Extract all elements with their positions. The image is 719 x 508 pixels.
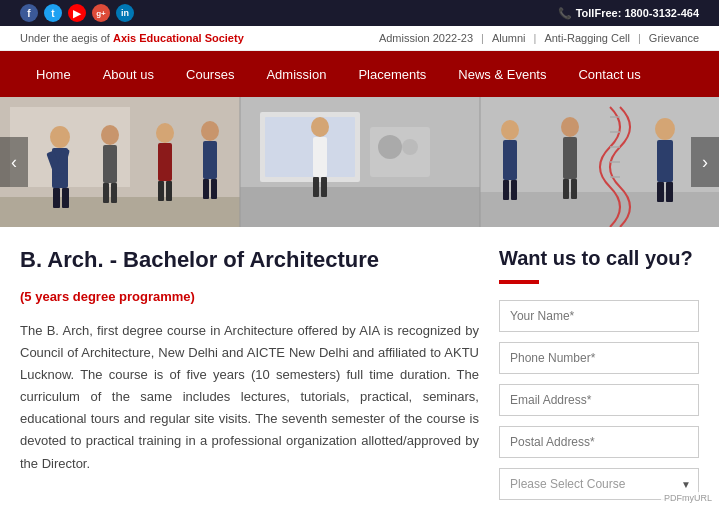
- svg-rect-1: [0, 197, 240, 227]
- svg-point-39: [501, 120, 519, 140]
- linkedin-icon[interactable]: in: [116, 4, 134, 22]
- svg-rect-49: [657, 182, 664, 202]
- aegis-prefix: Under the aegis of: [20, 32, 113, 44]
- svg-rect-30: [313, 177, 319, 197]
- svg-rect-14: [158, 143, 172, 181]
- svg-rect-50: [666, 182, 673, 202]
- programme-description: The B. Arch, first degree course in Arch…: [20, 320, 479, 475]
- svg-rect-31: [321, 177, 327, 197]
- nav-item-courses[interactable]: Courses: [170, 53, 250, 96]
- nav-item-placements[interactable]: Placements: [342, 53, 442, 96]
- svg-rect-42: [511, 180, 517, 200]
- main-content: B. Arch. - Bachelor of Architecture (5 y…: [0, 227, 719, 508]
- phone-icon: 📞: [558, 7, 572, 20]
- contact-link[interactable]: Contact us: [562, 53, 656, 96]
- nav-item-news[interactable]: News & Events: [442, 53, 562, 96]
- svg-rect-8: [62, 188, 69, 208]
- svg-point-43: [561, 117, 579, 137]
- sidebar: Want us to call you? Please Select Cours…: [499, 247, 699, 508]
- toll-free-section: 📞 TollFree: 1800-3132-464: [558, 7, 699, 20]
- programme-subtitle: (5 years degree programme): [20, 289, 479, 304]
- aegis-text: Under the aegis of Axis Educational Soci…: [20, 32, 244, 44]
- admission-link[interactable]: Admission 2022-23: [379, 32, 473, 44]
- svg-point-47: [655, 118, 675, 140]
- twitter-icon[interactable]: t: [44, 4, 62, 22]
- carousel-next-button[interactable]: ›: [691, 137, 719, 187]
- svg-point-17: [201, 121, 219, 141]
- aegis-brand: Axis Educational Society: [113, 32, 244, 44]
- name-input[interactable]: [499, 300, 699, 332]
- googleplus-icon[interactable]: g+: [92, 4, 110, 22]
- svg-rect-15: [158, 181, 164, 201]
- svg-point-3: [50, 126, 70, 148]
- nav-item-contact[interactable]: Contact us: [562, 53, 656, 96]
- anti-ragging-link[interactable]: Anti-Ragging Cell: [544, 32, 630, 44]
- svg-rect-41: [503, 180, 509, 200]
- courses-link[interactable]: Courses: [170, 53, 250, 96]
- svg-rect-45: [563, 179, 569, 199]
- svg-rect-18: [203, 141, 217, 179]
- svg-rect-22: [240, 187, 480, 227]
- toll-free-number: TollFree: 1800-3132-464: [576, 7, 699, 19]
- main-nav: Home About us Courses Admission Placemen…: [0, 51, 719, 97]
- aegis-bar: Under the aegis of Axis Educational Soci…: [0, 26, 719, 51]
- email-input[interactable]: [499, 384, 699, 416]
- news-events-link[interactable]: News & Events: [442, 53, 562, 96]
- svg-rect-10: [103, 145, 117, 183]
- svg-point-27: [402, 139, 418, 155]
- svg-point-9: [101, 125, 119, 145]
- address-input[interactable]: [499, 426, 699, 458]
- svg-rect-48: [657, 140, 673, 182]
- nav-item-home[interactable]: Home: [20, 53, 87, 96]
- svg-rect-29: [313, 137, 327, 177]
- svg-rect-24: [265, 117, 355, 177]
- grievance-link[interactable]: Grievance: [649, 32, 699, 44]
- content-left: B. Arch. - Bachelor of Architecture (5 y…: [20, 247, 479, 508]
- nav-item-admission[interactable]: Admission: [250, 53, 342, 96]
- social-icons: f t ▶ g+ in: [20, 4, 134, 22]
- home-link[interactable]: Home: [20, 53, 87, 96]
- admission-nav-link[interactable]: Admission: [250, 53, 342, 96]
- facebook-icon[interactable]: f: [20, 4, 38, 22]
- svg-rect-19: [203, 179, 209, 199]
- svg-rect-7: [53, 188, 60, 208]
- nav-list: Home About us Courses Admission Placemen…: [20, 53, 657, 96]
- hero-carousel: ‹: [0, 97, 719, 227]
- pdf-watermark: PDFmyURL: [661, 492, 715, 504]
- svg-rect-11: [103, 183, 109, 203]
- svg-rect-16: [166, 181, 172, 201]
- red-divider: [499, 280, 539, 284]
- svg-point-26: [378, 135, 402, 159]
- phone-input[interactable]: [499, 342, 699, 374]
- aegis-links: Admission 2022-23 | Alumni | Anti-Raggin…: [379, 32, 699, 44]
- page-title: B. Arch. - Bachelor of Architecture: [20, 247, 479, 273]
- svg-rect-46: [571, 179, 577, 199]
- about-link[interactable]: About us: [87, 53, 170, 96]
- svg-rect-44: [563, 137, 577, 179]
- svg-point-28: [311, 117, 329, 137]
- carousel-prev-button[interactable]: ‹: [0, 137, 28, 187]
- call-title: Want us to call you?: [499, 247, 699, 270]
- placements-link[interactable]: Placements: [342, 53, 442, 96]
- svg-point-13: [156, 123, 174, 143]
- top-bar: f t ▶ g+ in 📞 TollFree: 1800-3132-464: [0, 0, 719, 26]
- svg-rect-12: [111, 183, 117, 203]
- svg-rect-40: [503, 140, 517, 180]
- svg-rect-20: [211, 179, 217, 199]
- alumni-link[interactable]: Alumni: [492, 32, 526, 44]
- youtube-icon[interactable]: ▶: [68, 4, 86, 22]
- nav-item-about[interactable]: About us: [87, 53, 170, 96]
- hero-image: [0, 97, 719, 227]
